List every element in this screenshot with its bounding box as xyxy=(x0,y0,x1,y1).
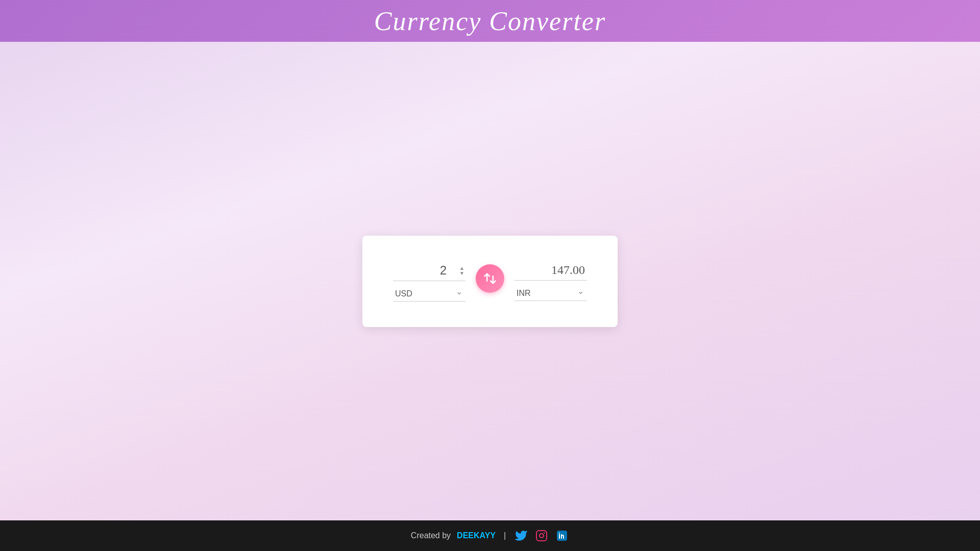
main-content: ▲ ▼ USD EUR GBP INR JPY AUD CAD CHF CNY xyxy=(0,42,980,520)
footer-created-by: Created by xyxy=(411,531,451,540)
converter-card: ▲ ▼ USD EUR GBP INR JPY AUD CAD CHF CNY xyxy=(362,236,618,327)
from-amount-wrapper: ▲ ▼ xyxy=(393,261,465,281)
spinner-up[interactable]: ▲ xyxy=(458,266,465,271)
instagram-link[interactable] xyxy=(534,529,549,543)
instagram-icon xyxy=(535,530,548,542)
app-header: Currency Converter xyxy=(0,0,980,42)
to-currency-wrapper: INR USD EUR GBP JPY AUD CAD CHF CNY SGD xyxy=(514,281,587,301)
to-amount-display: 147.00 xyxy=(514,261,587,281)
spinner-down[interactable]: ▼ xyxy=(458,271,465,276)
twitter-link[interactable] xyxy=(514,529,528,543)
app-footer: Created by DEEKAYY | xyxy=(0,520,980,551)
linkedin-icon xyxy=(556,530,568,542)
spinner-controls[interactable]: ▲ ▼ xyxy=(458,266,465,276)
svg-point-1 xyxy=(540,534,544,538)
linkedin-link[interactable] xyxy=(555,529,569,543)
from-currency-wrapper: USD EUR GBP INR JPY AUD CAD CHF CNY SGD xyxy=(393,281,465,302)
converter-row: ▲ ▼ USD EUR GBP INR JPY AUD CAD CHF CNY xyxy=(393,261,587,302)
swap-icon xyxy=(483,271,497,286)
from-currency-select[interactable]: USD EUR GBP INR JPY AUD CAD CHF CNY SGD xyxy=(393,286,465,302)
from-side: ▲ ▼ USD EUR GBP INR JPY AUD CAD CHF CNY xyxy=(393,261,465,302)
twitter-icon xyxy=(515,530,527,542)
svg-rect-0 xyxy=(536,531,547,541)
from-amount-input[interactable] xyxy=(393,261,456,281)
svg-point-2 xyxy=(544,532,545,533)
footer-divider: | xyxy=(504,531,506,540)
footer-creator-name[interactable]: DEEKAYY xyxy=(457,531,496,540)
to-currency-select[interactable]: INR USD EUR GBP JPY AUD CAD CHF CNY SGD xyxy=(514,286,587,301)
app-title: Currency Converter xyxy=(374,6,606,36)
swap-button[interactable] xyxy=(476,264,504,293)
to-side: 147.00 INR USD EUR GBP JPY AUD CAD CHF C… xyxy=(514,261,587,301)
